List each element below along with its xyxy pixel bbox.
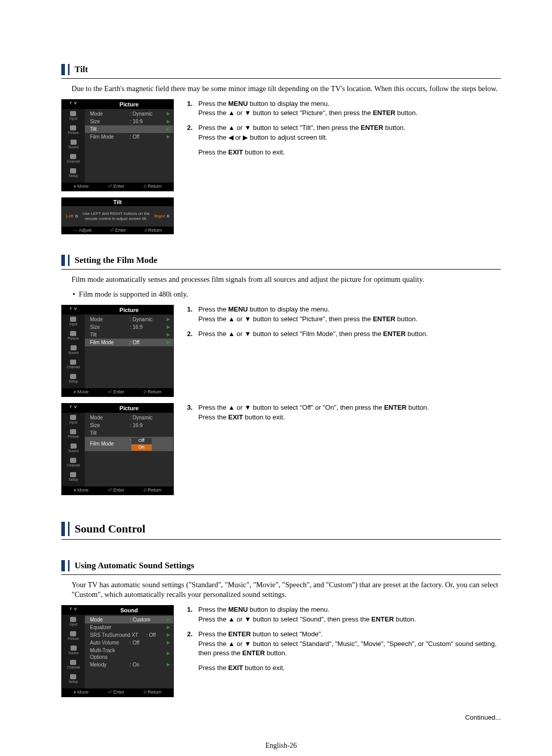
instructions-tilt: 1. Press the MENU button to display the … — [187, 99, 501, 163]
intro-auto-sound: Your TV has automatic sound settings ("S… — [72, 580, 501, 600]
osd-tilt-adjust: Tilt Left0 Use LEFT and RIGHT buttons on… — [61, 197, 174, 235]
rule — [61, 78, 501, 79]
osd-sound: T VSoundInputPictureSoundChannelSetupMod… — [61, 605, 174, 697]
rule — [61, 574, 501, 575]
heading-bar — [68, 64, 70, 75]
heading-bar — [68, 560, 70, 571]
section-film-mode: Setting the Film Mode Film mode automati… — [61, 255, 501, 501]
osd-picture-film2: T VPictureInputPictureSoundChannelSetupM… — [61, 403, 174, 495]
heading-bar — [68, 522, 70, 536]
instructions-film-2: 3. Press the ▲ or ▼ button to select "Of… — [187, 403, 501, 428]
instructions-auto-sound: 1. Press the MENU button to display the … — [187, 605, 501, 678]
heading-bar — [61, 255, 65, 266]
heading-bar — [61, 64, 65, 75]
rule — [61, 539, 501, 540]
continued: Continued... — [61, 714, 501, 721]
osd-picture-film1: T VPictureInputPictureSoundChannelSetupM… — [61, 305, 174, 397]
heading-row: Tilt — [61, 64, 501, 75]
heading-bar — [61, 560, 65, 571]
section-auto-sound: Using Automatic Sound Settings Your TV h… — [61, 560, 501, 721]
heading-tilt: Tilt — [75, 64, 88, 75]
intro-tilt: Due to the Earth's magnetic field there … — [72, 84, 501, 94]
instructions-film-1: 1. Press the MENU button to display the … — [187, 305, 501, 344]
rule — [61, 269, 501, 270]
bullet-film: • Film mode is supported in 480i only. — [73, 290, 501, 299]
page-footer: English-26 — [61, 742, 501, 750]
section-tilt: Tilt Due to the Earth's magnetic field t… — [61, 64, 501, 234]
intro-film: Film mode automatically senses and proce… — [72, 275, 501, 285]
section-sound-control: Sound Control — [61, 522, 501, 540]
heading-sound-control: Sound Control — [75, 522, 145, 536]
heading-bar — [61, 522, 65, 536]
heading-bar — [68, 255, 70, 266]
osd-picture-tilt: T VPictureInputPictureSoundChannelSetupM… — [61, 99, 174, 191]
heading-auto-sound: Using Automatic Sound Settings — [75, 561, 194, 571]
heading-film: Setting the Film Mode — [75, 255, 157, 265]
